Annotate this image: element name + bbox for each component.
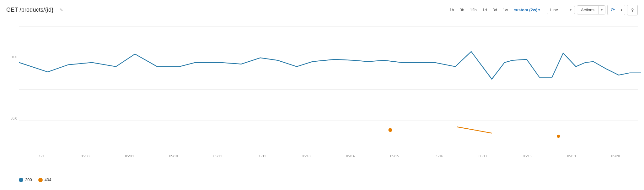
time-btn-3d[interactable]: 3d: [491, 6, 499, 14]
orange-line: [457, 127, 492, 133]
legend: 200 404: [0, 174, 644, 182]
x-label-0513: 05/13: [284, 154, 328, 158]
actions-dropdown[interactable]: Actions ▾: [577, 5, 605, 14]
grid-line-2: [19, 89, 638, 90]
time-btn-1h[interactable]: 1h: [448, 6, 456, 14]
orange-dot-2: [557, 135, 560, 138]
legend-dot-200: [19, 178, 23, 182]
time-btn-custom[interactable]: custom (2w) ▾: [512, 6, 542, 14]
chart-type-label: Line: [550, 8, 568, 12]
x-label-0516: 05/16: [417, 154, 461, 158]
legend-dot-404: [38, 178, 43, 182]
endpoint-title: GET /products/{id}: [6, 7, 53, 13]
legend-label-404: 404: [45, 177, 51, 182]
time-btn-1d[interactable]: 1d: [480, 6, 489, 14]
orange-dot-1: [389, 128, 392, 132]
x-label-0507: 05/7: [19, 154, 63, 158]
legend-item-200: 200: [19, 177, 32, 182]
top-bar: GET /products/{id} ✎ 1h 3h 12h 1d 3d 1w …: [0, 0, 644, 20]
help-label: ?: [631, 8, 634, 13]
actions-caret[interactable]: ▾: [598, 6, 605, 14]
refresh-icon[interactable]: ⟳: [608, 5, 618, 15]
grid-line-1: [19, 58, 638, 58]
actions-label: Actions: [577, 6, 598, 14]
x-label-0512: 05/12: [240, 154, 284, 158]
custom-caret: ▾: [538, 8, 540, 12]
refresh-button-group[interactable]: ⟳ ▾: [607, 5, 625, 15]
y-label-50: 50.0: [11, 117, 17, 120]
x-label-0510: 05/10: [152, 154, 196, 158]
x-label-0517: 05/17: [461, 154, 505, 158]
x-label-0519: 05/19: [549, 154, 593, 158]
custom-label: custom (2w): [514, 8, 538, 12]
x-axis: 05/7 05/08 05/09 05/10 05/11 05/12 05/13…: [19, 152, 638, 158]
x-label-0515: 05/15: [373, 154, 417, 158]
time-btn-12h[interactable]: 12h: [468, 6, 479, 14]
x-label-0518: 05/18: [505, 154, 549, 158]
help-button[interactable]: ?: [627, 5, 638, 15]
time-btn-3h[interactable]: 3h: [458, 6, 466, 14]
x-label-0508: 05/08: [63, 154, 107, 158]
refresh-caret[interactable]: ▾: [618, 6, 625, 14]
legend-item-404: 404: [38, 177, 51, 182]
chart-type-caret: ▾: [570, 8, 572, 12]
legend-label-200: 200: [25, 177, 32, 182]
grid-line-3: [19, 120, 638, 121]
x-label-0509: 05/09: [107, 154, 152, 158]
y-axis: 100 50.0: [3, 26, 17, 149]
blue-line-200: [19, 52, 641, 79]
time-btn-1w[interactable]: 1w: [501, 6, 510, 14]
x-label-0511: 05/11: [196, 154, 240, 158]
x-label-0514: 05/14: [328, 154, 373, 158]
grid-line-top: [19, 26, 638, 27]
chart-type-dropdown[interactable]: Line ▾: [547, 6, 575, 14]
chart-container: 100 50.0 05/7 05/08 05/09 05/10 05/11 05…: [0, 20, 644, 174]
chart-area: [19, 26, 638, 152]
x-label-0520: 05/20: [593, 154, 638, 158]
edit-icon[interactable]: ✎: [60, 8, 63, 13]
y-label-100: 100: [12, 55, 17, 59]
time-controls: 1h 3h 12h 1d 3d 1w custom (2w) ▾ Line ▾ …: [448, 5, 638, 15]
